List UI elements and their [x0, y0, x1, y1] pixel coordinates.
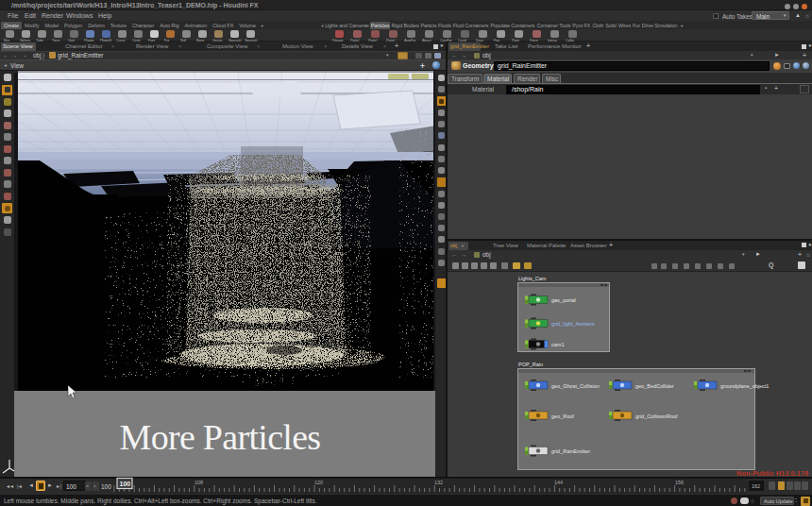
- svg-text:geo_BedCollider: geo_BedCollider: [635, 383, 674, 389]
- svg-text:108: 108: [195, 480, 203, 485]
- svg-text:geo_Roof: geo_Roof: [551, 413, 574, 419]
- svg-text:POP_Rain: POP_Rain: [518, 362, 543, 367]
- svg-text:132: 132: [434, 480, 443, 485]
- svg-text:grid_light_Ambient: grid_light_Ambient: [551, 321, 595, 327]
- svg-text:More Particles: More Particles: [120, 417, 321, 457]
- svg-text:grid_RainEmitter: grid_RainEmitter: [551, 448, 590, 454]
- svg-text:144: 144: [554, 480, 563, 485]
- svg-text:grid_CollisionRoof: grid_CollisionRoof: [635, 413, 678, 419]
- svg-text:156: 156: [675, 480, 684, 485]
- svg-text:Lights_Cam: Lights_Cam: [518, 276, 547, 281]
- svg-text:gas_portal: gas_portal: [551, 297, 576, 303]
- svg-text:100: 100: [120, 481, 131, 487]
- svg-text:groundplane_object1: groundplane_object1: [720, 383, 769, 389]
- svg-text:cam1: cam1: [551, 342, 564, 347]
- svg-text:120: 120: [314, 480, 323, 485]
- svg-text:geo_Ghost_Collision: geo_Ghost_Collision: [551, 383, 600, 389]
